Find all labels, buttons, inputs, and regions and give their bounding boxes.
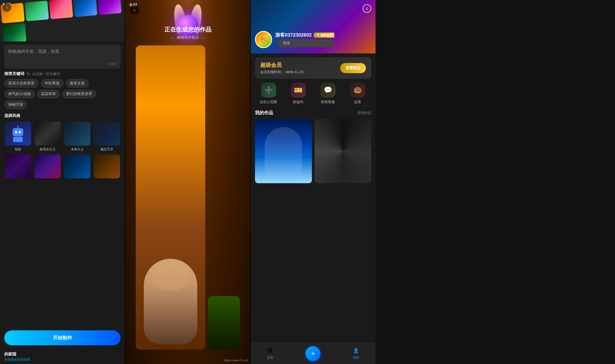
p3-work-anime-bg xyxy=(255,119,312,183)
p1-tag-0[interactable]: 高清大自然美景 xyxy=(4,79,38,88)
p3-username-row: 游客0372302602 💎 超级会员 xyxy=(275,32,334,38)
p1-prompt-text: 神秘感的宇宙，高级，恒星 xyxy=(8,48,117,55)
p3-user-area: 🎨 游客0372302602 💎 超级会员 登录 xyxy=(255,31,334,48)
p3-home-icon: 🖼 xyxy=(266,347,274,354)
p2-status-text: 正在生成您的作品 xyxy=(125,26,250,34)
p1-keywords-link[interactable]: 点击换一批关键词 xyxy=(32,72,60,76)
p1-tag-1[interactable]: 年轻男孩 xyxy=(41,79,64,88)
p1-style-img-surreal xyxy=(34,122,61,146)
p3-navbar: 🖼 首页 + 👤 我的 xyxy=(251,343,376,364)
p3-vip-card-info: 超级会员 会员到期时间： 9999-11-20 xyxy=(260,61,303,75)
p3-settings-icon[interactable]: ⊙ xyxy=(363,4,371,13)
p1-tag-5[interactable]: 梦幻的唯美世界 xyxy=(62,90,96,98)
p2-rabbit-area xyxy=(125,7,250,23)
p3-vip-expire: 会员到期时间： 9999-11-20 xyxy=(260,70,303,75)
p1-style-label-surreal: 超现实主义 xyxy=(40,147,56,152)
panel-create: 9:27 ‹ 神秘感的宇宙，高级，恒星 0/300 推荐关键词 ↻ 点击换一批关… xyxy=(0,0,125,364)
p1-back-button[interactable]: ‹ xyxy=(3,3,11,12)
p1-style-robot[interactable]: 智能 xyxy=(4,122,32,152)
p1-style-label-concept: 概念艺术 xyxy=(100,147,113,152)
panel-profile: ⊙ 🎨 游客0372302602 💎 超级会员 登录 超级会员 会员到期时间： … xyxy=(251,0,376,364)
p3-work-item-2[interactable] xyxy=(315,119,372,183)
p3-work-anime-figure xyxy=(265,127,302,181)
p3-manage-link[interactable]: 管理作品 xyxy=(357,111,371,115)
p1-style-img-future xyxy=(64,122,90,146)
p1-style-surreal[interactable]: 超现实主义 xyxy=(34,122,61,152)
p1-sample-image-4 xyxy=(73,0,98,17)
p2-back-button[interactable]: ‹ xyxy=(130,5,139,15)
p1-style-anime4[interactable] xyxy=(93,154,121,180)
p1-keywords-header: 推荐关键词 ↻ 点击换一批关键词 xyxy=(4,71,121,76)
p3-settings-label: 设置 xyxy=(354,100,361,104)
p3-username-text: 游客0372302602 xyxy=(275,32,312,38)
p3-mine-icon: 👤 xyxy=(352,347,360,354)
p2-status-bar: 9:27 xyxy=(125,0,250,7)
robot-head xyxy=(13,128,23,136)
p3-nav-mine[interactable]: 👤 我的 xyxy=(352,347,360,360)
p3-nav-plus-button[interactable]: + xyxy=(305,346,320,361)
robot-antenna xyxy=(17,126,18,128)
p3-works-grid xyxy=(255,119,371,183)
p1-tag-2[interactable]: 最美女孩 xyxy=(66,79,89,88)
p1-make-button[interactable]: 开始制作 xyxy=(4,330,121,345)
p1-style-title: 选择风格 xyxy=(4,113,121,118)
p1-style-anime3[interactable] xyxy=(64,154,91,180)
p3-vip-card: 超级会员 会员到期时间： 9999-11-20 查看权益 xyxy=(255,57,371,79)
p3-menu-partner[interactable]: ➕ 合伙人招募 xyxy=(255,83,282,104)
p1-style-img-anime2 xyxy=(34,154,61,178)
p1-style-concept[interactable]: 概念艺术 xyxy=(93,122,121,152)
p3-menu-grid: ➕ 合伙人招募 🎫 权益码 💬 联系客服 🍩 设置 xyxy=(255,83,371,104)
p3-partner-label: 合伙人招募 xyxy=(260,100,277,104)
robot-eye-left xyxy=(15,131,17,133)
p3-benefits-icon: 🎫 xyxy=(291,83,306,97)
p3-nav-mine-label: 我的 xyxy=(353,355,359,360)
p1-tag-3[interactable]: 帅气的小动物 xyxy=(4,90,35,98)
p3-vip-expire-date: 9999-11-20 xyxy=(286,70,304,74)
p3-nav-home-label: 首页 xyxy=(267,355,273,360)
p3-menu-benefits[interactable]: 🎫 权益码 xyxy=(285,83,312,104)
p1-tag-4[interactable]: 花花草草 xyxy=(37,90,60,98)
p1-bottom-title: 的家园 xyxy=(4,352,121,357)
p3-menu-settings[interactable]: 🍩 设置 xyxy=(344,83,371,104)
p3-login-button[interactable]: 登录 xyxy=(277,39,334,47)
panel-generating: 9:27 ‹ 正在生成您的作品 — 请稍等片刻示 — 唱支歌 各各徒徒徒 xyxy=(125,0,250,364)
p1-keywords-title: 推荐关键词 xyxy=(4,71,24,76)
p1-style-label-future: 未来主义 xyxy=(71,147,84,152)
p3-header: ⊙ 🎨 游客0372302602 💎 超级会员 登录 xyxy=(251,0,376,53)
p3-works-header: 我的作品 管理作品 xyxy=(255,110,371,116)
p3-service-icon: 💬 xyxy=(320,83,335,97)
p1-style-future[interactable]: 未来主义 xyxy=(64,122,91,152)
p3-work-item-1[interactable] xyxy=(255,119,312,183)
p1-prompt-area[interactable]: 神秘感的宇宙，高级，恒星 0/300 xyxy=(4,45,121,69)
p3-menu-service[interactable]: 💬 联系客服 xyxy=(315,83,342,104)
p1-char-counter: 0/300 xyxy=(108,62,117,66)
p3-work-abstract-bg xyxy=(315,119,372,183)
p3-vip-expire-label: 会员到期时间： xyxy=(260,70,285,74)
p2-dash-left: — xyxy=(171,36,175,40)
p1-body: 神秘感的宇宙，高级，恒星 0/300 推荐关键词 ↻ 点击换一批关键词 高清大自… xyxy=(0,41,125,327)
p3-benefits-label: 权益码 xyxy=(293,100,303,104)
p3-user-info: 游客0372302602 💎 超级会员 登录 xyxy=(275,32,334,47)
robot-eye-right xyxy=(19,131,21,133)
p1-style-grid-row2 xyxy=(4,154,121,180)
p1-style-anime1[interactable] xyxy=(4,154,32,180)
p3-nav-home[interactable]: 🖼 首页 xyxy=(266,347,274,360)
p1-style-img-anime3 xyxy=(64,154,90,178)
p1-footer: 开始制作 xyxy=(0,327,125,350)
p1-sample-image-6 xyxy=(2,23,26,41)
p2-rabbit-body xyxy=(144,259,197,344)
p1-refresh-icon[interactable]: ↻ xyxy=(26,71,30,76)
p3-works-title: 我的作品 xyxy=(255,110,273,116)
p1-tag-6[interactable]: 神秘宇宙 xyxy=(4,100,27,109)
p1-style-anime2[interactable] xyxy=(34,154,61,180)
p2-side-image xyxy=(208,296,240,350)
p3-check-benefits-button[interactable]: 查看权益 xyxy=(340,63,366,73)
p2-watermark: https://www.7ri.net xyxy=(224,359,248,362)
p3-avatar: 🎨 xyxy=(255,31,272,48)
p2-status-sub: — 请稍等片刻示 — xyxy=(125,35,250,40)
p3-service-label: 联系客服 xyxy=(321,100,335,104)
p3-body: 超级会员 会员到期时间： 9999-11-20 查看权益 ➕ 合伙人招募 🎫 权… xyxy=(251,53,376,343)
p2-dash-right: — xyxy=(201,36,205,40)
p1-style-img-robot xyxy=(5,122,31,146)
p1-bottom-sub: 各各徒徒徒徒佳我 xyxy=(4,357,121,362)
